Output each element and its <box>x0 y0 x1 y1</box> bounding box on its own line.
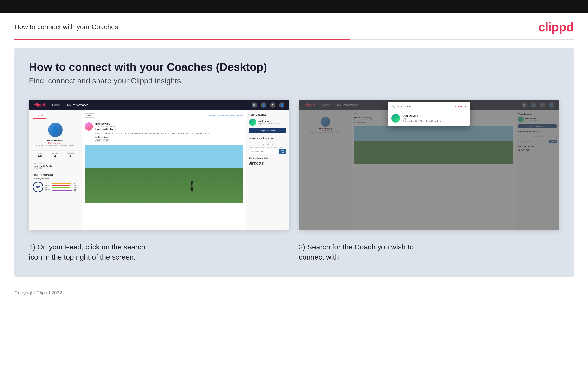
golf-image-bg <box>85 145 243 203</box>
coach-club: Royal North Devon Golf Club <box>258 123 286 124</box>
user-avatar-icon[interactable]: 👤 <box>279 102 284 108</box>
golfer-silhouette <box>188 181 195 201</box>
coach-name: David Ford <box>258 120 286 123</box>
header-divider <box>14 39 574 40</box>
copyright-text: Copyright Clippd 2022 <box>14 290 62 295</box>
middle-panel: Feed Control who can see your activity a… <box>82 110 246 230</box>
profile-club: Royal North Devon Golf Club, United King… <box>33 144 78 147</box>
connect-data-title: Connect your data <box>249 157 286 159</box>
ott-btn[interactable]: OTT <box>95 139 102 142</box>
avatar <box>48 123 62 137</box>
page-heading: How to connect with your Coaches (Deskto… <box>29 61 559 74</box>
control-link[interactable]: Control who can see your activity and da… <box>207 114 243 117</box>
nav-home[interactable]: Home <box>52 103 60 107</box>
latest-activity: Latest Activity Lesson with Fordy 03 Aug… <box>29 160 82 171</box>
app-btn[interactable]: APP <box>103 139 110 142</box>
lesson-text: Looking to feel like my hands are exitin… <box>95 132 243 135</box>
step-1-desc: 1) On your Feed, click on the searchicon… <box>29 242 289 262</box>
profile-name: Blair McHarg <box>33 139 78 142</box>
page-subheading: Find, connect and share your Clippd insi… <box>29 76 559 85</box>
step-2-desc: 2) Search for the Coach you wish toconne… <box>299 242 559 262</box>
manage-coaches-button[interactable]: Manage Your Coaches <box>249 128 286 133</box>
lesson-item: Blair McHarg Yesterday · Sunningdale Les… <box>85 120 243 145</box>
clippd-logo: clippd <box>538 20 574 34</box>
stats-row: Activities 131 Followers 3 Following 4 <box>29 150 82 160</box>
search-close-button[interactable]: × <box>465 105 466 109</box>
result-avatar <box>391 114 400 123</box>
trackman-section: Upload a Trackman Test Trackman Link Add… <box>249 137 286 154</box>
search-icon[interactable]: 🔍 <box>252 102 257 108</box>
screenshot-1: clippd Home My Performance 🔍 👤 ⚙ 👤 <box>29 100 289 230</box>
quality-score: 92 <box>33 182 43 192</box>
following-button[interactable]: Feed <box>85 113 95 118</box>
stat-following: Following 4 <box>67 153 74 158</box>
nav-my-performance[interactable]: My Performance <box>67 103 88 107</box>
search-modal-icon: 🔍 <box>391 105 395 108</box>
search-result-item[interactable]: Dan Davies ✓ Pro Sunningdale Golf Club, … <box>388 111 470 126</box>
profile-icon[interactable]: 👤 <box>261 102 266 108</box>
footer: Copyright Clippd 2022 <box>0 285 588 303</box>
stat-bar-arg: ARG 86 <box>45 187 78 189</box>
trackman-input[interactable] <box>249 149 278 154</box>
result-club: Sunningdale Golf Club, United Kingdom <box>403 120 466 122</box>
golf-image <box>85 145 243 203</box>
coach-avatar <box>249 119 256 126</box>
mock-app-2: clippd Home My Performance 🔍 👤 ⚙ 👤 Feed <box>299 100 559 230</box>
trackman-input-row: Add Link <box>249 149 286 154</box>
verified-icon: ✓ <box>419 115 421 117</box>
btn-row: OTT APP <box>95 139 243 142</box>
coaches-title: Your Coaches <box>249 113 286 116</box>
stat-followers: Followers 3 <box>52 153 59 158</box>
search-input-display[interactable]: Dan Davies <box>397 105 455 108</box>
page-title: How to connect with your Coaches <box>14 23 118 31</box>
result-name: Dan Davies <box>403 114 418 118</box>
header: How to connect with your Coaches clippd <box>0 13 588 39</box>
result-role: Pro <box>403 118 466 120</box>
total-quality-label: Total Player Quality <box>33 178 78 180</box>
steps-row: 1) On your Feed, click on the searchicon… <box>29 242 559 262</box>
coach-item: David Ford Royal North Devon Golf Club <box>249 119 286 126</box>
lesson-info: Blair McHarg Yesterday · Sunningdale Les… <box>95 122 243 142</box>
stat-bar-ott: OTT 90 <box>45 183 78 184</box>
profile-handicap: Plus Handicap <box>33 142 78 144</box>
following-value: 4 <box>67 154 74 158</box>
result-info: Dan Davies ✓ Pro Sunningdale Golf Club, … <box>403 114 466 122</box>
followers-label: Followers <box>52 153 59 154</box>
trackman-title: Upload a Trackman Test <box>249 137 286 139</box>
arccos-brand: Arccos <box>249 161 286 166</box>
main-content: How to connect with your Coaches (Deskto… <box>14 48 574 277</box>
coach-info: David Ford Royal North Devon Golf Club <box>258 120 286 124</box>
step-2-text: 2) Search for the Coach you wish toconne… <box>299 242 559 262</box>
activities-label: Activities <box>37 153 44 154</box>
lesson-avatar <box>85 122 93 131</box>
latest-activity-label: Latest Activity <box>33 162 78 164</box>
stat-activities: Activities 131 <box>37 153 44 158</box>
lesson-title: Lesson with Fordy <box>95 128 243 131</box>
app-navbar-1: clippd Home My Performance 🔍 👤 ⚙ 👤 <box>29 100 289 110</box>
search-clear-button[interactable]: CLEAR <box>455 105 463 108</box>
screenshot-2: clippd Home My Performance 🔍 👤 ⚙ 👤 Feed <box>299 100 559 230</box>
top-bar <box>0 0 588 13</box>
lesson-duration: 01 hr : 30 min <box>95 136 243 138</box>
app-content-1: Feed Blair McHarg Plus Handicap Royal No… <box>29 110 289 230</box>
search-modal: 🔍 Dan Davies CLEAR × Dan Davies ✓ Pro <box>388 102 470 126</box>
avatar-image <box>48 123 62 137</box>
following-label: Following <box>67 153 74 154</box>
search-bar: 🔍 Dan Davies CLEAR × <box>388 102 470 111</box>
feed-tab[interactable]: Feed <box>33 112 46 119</box>
trackman-link-box: Trackman Link <box>249 141 286 148</box>
add-link-button[interactable]: Add Link <box>279 149 286 154</box>
left-panel: Feed Blair McHarg Plus Handicap Royal No… <box>29 110 82 230</box>
screenshots-row: clippd Home My Performance 🔍 👤 ⚙ 👤 <box>29 100 559 230</box>
stat-bar-app: APP 85 <box>45 185 78 186</box>
quality-row: 92 OTT 90 APP <box>33 182 78 192</box>
activities-value: 131 <box>37 154 44 158</box>
feed-tab-bar: Feed <box>29 110 82 119</box>
stat-bar-putt: PUTT 96 <box>45 189 78 191</box>
settings-icon[interactable]: ⚙ <box>270 102 275 108</box>
nav-icons: 🔍 👤 ⚙ 👤 <box>252 102 284 108</box>
result-name-row: Dan Davies ✓ <box>403 114 466 118</box>
latest-activity-date: 03 Aug 2022 <box>33 167 78 169</box>
lesson-coach-name: Blair McHarg <box>95 122 243 125</box>
stats-bars: OTT 90 APP 85 <box>45 183 78 191</box>
